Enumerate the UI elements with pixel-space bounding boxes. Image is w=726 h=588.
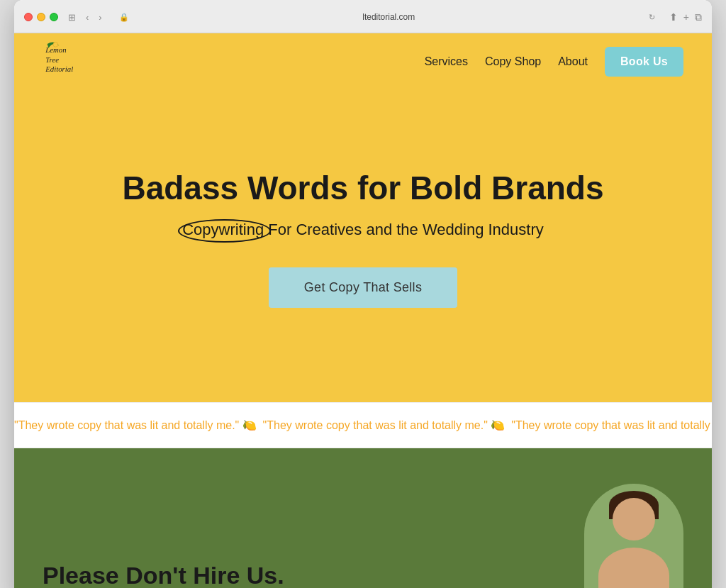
nav-links: Services Copy Shop About Book Us xyxy=(425,47,683,77)
nav-copy-shop-link[interactable]: Copy Shop xyxy=(485,55,541,68)
browser-window: ⊞ ‹ › 🔒 lteditorial.com ↻ ⬆ + ⧉ Lemon xyxy=(14,0,712,588)
person-head xyxy=(613,498,655,540)
windows-icon[interactable]: ⧉ xyxy=(695,11,702,23)
logo-area: Lemon Tree Editorial xyxy=(43,40,78,83)
maximize-button[interactable] xyxy=(50,13,58,21)
marquee-text: "They wrote copy that was lit and totall… xyxy=(14,418,712,432)
window-controls: ⊞ ‹ › xyxy=(65,11,105,24)
website-content: Lemon Tree Editorial Services Copy Shop … xyxy=(14,33,712,588)
lock-icon: 🔒 xyxy=(119,13,129,22)
site-nav: Lemon Tree Editorial Services Copy Shop … xyxy=(14,33,712,90)
green-section: Please Don't Hire Us. xyxy=(14,448,712,588)
url-text: lteditorial.com xyxy=(133,12,644,22)
nav-about-link[interactable]: About xyxy=(558,55,588,68)
hero-subtitle-suffix: For Creatives and the Wedding Industry xyxy=(264,221,544,238)
traffic-lights xyxy=(24,13,58,21)
browser-chrome: ⊞ ‹ › 🔒 lteditorial.com ↻ ⬆ + ⧉ xyxy=(14,0,712,33)
nav-services-link[interactable]: Services xyxy=(425,55,468,68)
person-body xyxy=(598,548,669,588)
marquee-section: "They wrote copy that was lit and totall… xyxy=(14,402,712,448)
logo-icon: Lemon Tree Editorial xyxy=(43,40,78,83)
toolbar-right: ⬆ + ⧉ xyxy=(669,11,702,23)
forward-button[interactable]: › xyxy=(96,11,104,24)
svg-text:Tree: Tree xyxy=(45,55,59,64)
svg-text:Editorial: Editorial xyxy=(45,65,73,73)
address-bar[interactable]: 🔒 lteditorial.com ↻ xyxy=(112,7,662,27)
hero-subtitle: Copywriting For Creatives and the Weddin… xyxy=(182,221,544,239)
book-us-button[interactable]: Book Us xyxy=(605,47,683,77)
share-icon[interactable]: ⬆ xyxy=(669,11,678,23)
sidebar-toggle-button[interactable]: ⊞ xyxy=(65,11,79,24)
close-button[interactable] xyxy=(24,13,33,21)
cta-button[interactable]: Get Copy That Sells xyxy=(269,267,457,308)
hero-section: Badass Words for Bold Brands Copywriting… xyxy=(14,90,712,402)
copywriting-highlight: Copywriting xyxy=(182,221,264,238)
hero-title: Badass Words for Bold Brands xyxy=(122,170,603,206)
person-image xyxy=(584,484,683,588)
reload-icon[interactable]: ↻ xyxy=(649,13,655,22)
back-button[interactable]: ‹ xyxy=(83,11,91,24)
svg-point-3 xyxy=(53,43,58,48)
new-tab-icon[interactable]: + xyxy=(683,11,689,23)
green-section-title: Please Don't Hire Us. xyxy=(43,561,284,588)
minimize-button[interactable] xyxy=(37,13,45,21)
